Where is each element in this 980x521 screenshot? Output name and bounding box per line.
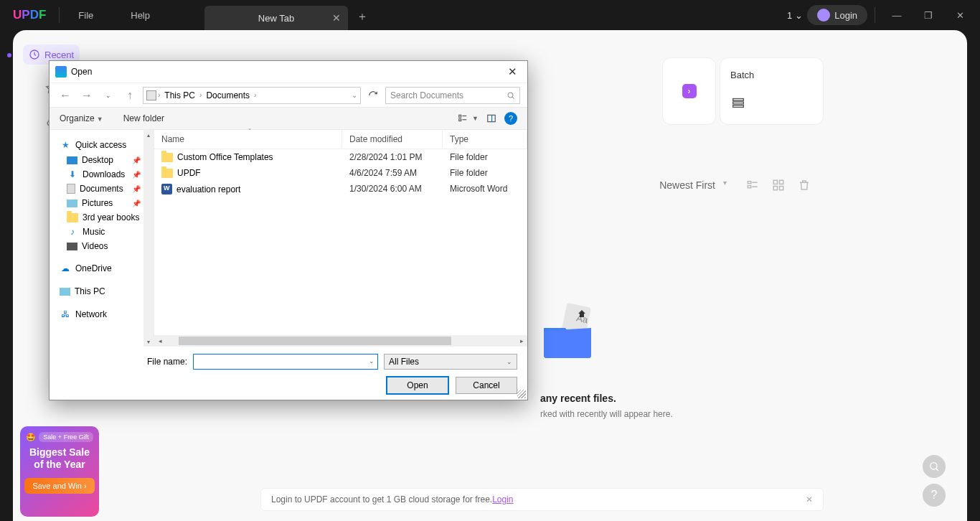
nav-up-button[interactable]: ↑ xyxy=(121,87,138,104)
help-fab[interactable]: ? xyxy=(923,484,946,507)
promo-button[interactable]: Save and Win › xyxy=(24,478,95,494)
cancel-button[interactable]: Cancel xyxy=(456,377,517,394)
organize-button[interactable]: Organize▼ xyxy=(60,113,103,123)
sb-music[interactable]: ♪Music xyxy=(50,225,154,239)
svg-rect-9 xyxy=(780,180,783,184)
file-row[interactable]: evaluation report 1/30/2024 6:00 AM Micr… xyxy=(154,181,527,197)
file-row[interactable]: UPDF 4/6/2024 7:59 AM File folder xyxy=(154,165,527,181)
maximize-button[interactable]: ❐ xyxy=(914,4,943,26)
caret-down-icon: ▼ xyxy=(472,115,479,122)
sb-desktop[interactable]: Desktop📌 xyxy=(50,153,154,167)
file-row[interactable]: Custom Office Templates 2/28/2024 1:01 P… xyxy=(154,149,527,165)
video-icon xyxy=(67,243,77,250)
caret-down-icon: ▾ xyxy=(723,179,727,187)
login-button[interactable]: Login xyxy=(807,5,867,25)
col-name[interactable]: ˄Name xyxy=(154,130,342,149)
dialog-nav: ← → ⌄ ↑ › This PC › Documents › ⌄ Search… xyxy=(50,83,527,107)
filename-input[interactable]: ⌄ xyxy=(193,354,378,370)
tab-close-icon[interactable]: ✕ xyxy=(332,12,341,24)
promo-card[interactable]: 🤩 Sale + Free Gift Biggest Sale of the Y… xyxy=(20,426,99,517)
preview-pane-button[interactable] xyxy=(486,113,497,123)
chevron-down-icon[interactable]: ⌄ xyxy=(352,91,357,99)
chevron-right-icon: › xyxy=(254,91,256,99)
new-folder-button[interactable]: New folder xyxy=(123,113,164,123)
sb-onedrive[interactable]: ☁OneDrive xyxy=(50,260,154,276)
svg-rect-11 xyxy=(780,187,783,190)
sb-downloads[interactable]: ⬇Downloads📌 xyxy=(50,167,154,182)
stack-icon xyxy=(730,95,746,111)
svg-point-14 xyxy=(930,463,937,469)
promo-badge: Sale + Free Gift xyxy=(39,432,93,442)
horizontal-scrollbar[interactable]: ◂ ▸ xyxy=(154,335,527,347)
scroll-thumb[interactable] xyxy=(179,337,451,345)
col-type[interactable]: Type xyxy=(443,130,527,149)
resize-grip[interactable] xyxy=(517,390,526,398)
menu-help[interactable]: Help xyxy=(112,10,169,21)
search-fab[interactable] xyxy=(923,455,946,478)
breadcrumb-documents[interactable]: Documents xyxy=(203,90,253,100)
refresh-icon xyxy=(368,90,378,100)
filename-label: File name: xyxy=(147,357,187,367)
sb-videos[interactable]: Videos xyxy=(50,239,154,253)
sort-dropdown[interactable]: Newest First ▾ xyxy=(654,178,733,192)
dialog-toolbar: Organize▼ New folder ▼ ? xyxy=(50,107,527,130)
file-open-dialog: Open ✕ ← → ⌄ ↑ › This PC › Documents › ⌄… xyxy=(49,60,528,400)
login-banner: Login to UPDF account to get 1 GB cloud … xyxy=(260,488,824,511)
help-button[interactable]: ? xyxy=(504,112,517,125)
file-type: File folder xyxy=(443,166,527,179)
window-count[interactable]: 1⌄ xyxy=(787,10,803,21)
pin-icon: 📌 xyxy=(132,171,141,179)
close-button[interactable]: ✕ xyxy=(946,4,974,26)
clock-icon xyxy=(29,49,40,60)
banner-close-icon[interactable]: ✕ xyxy=(806,494,813,504)
minimize-button[interactable]: — xyxy=(882,4,911,26)
nav-forward-button[interactable]: → xyxy=(78,87,95,104)
chevron-down-icon: ⌄ xyxy=(795,10,803,21)
tab-new[interactable]: New Tab ✕ xyxy=(204,6,348,30)
sb-quick-access[interactable]: ★Quick access xyxy=(50,137,154,153)
open-button[interactable]: Open xyxy=(387,377,448,394)
caret-down-icon: ⌄ xyxy=(507,358,512,365)
trash-icon[interactable] xyxy=(798,179,811,192)
card-batch[interactable]: Batch xyxy=(720,57,824,125)
list-view-icon[interactable] xyxy=(746,179,759,192)
sidebar-scrollbar[interactable]: ▴ ▾ xyxy=(143,130,154,347)
scroll-right-icon[interactable]: ▸ xyxy=(516,337,527,344)
grid-view-icon[interactable] xyxy=(772,179,785,192)
nav-recent-button[interactable]: ⌄ xyxy=(100,87,117,104)
nav-back-button[interactable]: ← xyxy=(57,87,74,104)
dialog-titlebar: Open ✕ xyxy=(50,61,527,83)
sort-indicator-icon: ˄ xyxy=(248,128,252,135)
caret-down-icon[interactable]: ⌄ xyxy=(369,357,374,365)
sb-documents[interactable]: Documents📌 xyxy=(50,182,154,196)
svg-rect-3 xyxy=(733,105,744,108)
view-mode-button[interactable]: ▼ xyxy=(457,113,479,123)
dialog-footer: File name: ⌄ All Files ⌄ Open Cancel xyxy=(50,347,527,401)
new-tab-button[interactable]: ＋ xyxy=(357,9,368,24)
scroll-left-icon[interactable]: ◂ xyxy=(154,337,166,344)
search-input[interactable]: Search Documents xyxy=(385,87,520,104)
sb-3rd-year-books[interactable]: 3rd year books xyxy=(50,210,154,225)
scroll-down-icon[interactable]: ▾ xyxy=(143,337,154,347)
card-action[interactable]: › xyxy=(662,57,716,125)
pc-icon xyxy=(146,90,156,100)
sb-this-pc[interactable]: This PC xyxy=(50,283,154,299)
folder-icon xyxy=(67,212,78,222)
svg-rect-8 xyxy=(773,180,777,184)
dialog-title: Open xyxy=(71,67,92,77)
sb-pictures[interactable]: Pictures📌 xyxy=(50,196,154,210)
onedrive-icon: ☁ xyxy=(60,263,71,273)
dialog-close-button[interactable]: ✕ xyxy=(504,65,522,78)
address-bar[interactable]: › This PC › Documents › ⌄ xyxy=(143,87,361,104)
banner-login-link[interactable]: Login xyxy=(492,494,513,504)
card-batch-title: Batch xyxy=(730,70,813,80)
file-type-filter[interactable]: All Files ⌄ xyxy=(384,354,517,370)
scroll-up-icon[interactable]: ▴ xyxy=(143,130,154,140)
menu-file[interactable]: File xyxy=(60,10,112,21)
sb-network[interactable]: 🖧Network xyxy=(50,306,154,322)
svg-rect-1 xyxy=(733,99,744,101)
avatar-icon xyxy=(817,9,830,22)
breadcrumb-thispc[interactable]: This PC xyxy=(161,90,198,100)
refresh-button[interactable] xyxy=(365,88,381,103)
col-date[interactable]: Date modified xyxy=(342,130,443,149)
